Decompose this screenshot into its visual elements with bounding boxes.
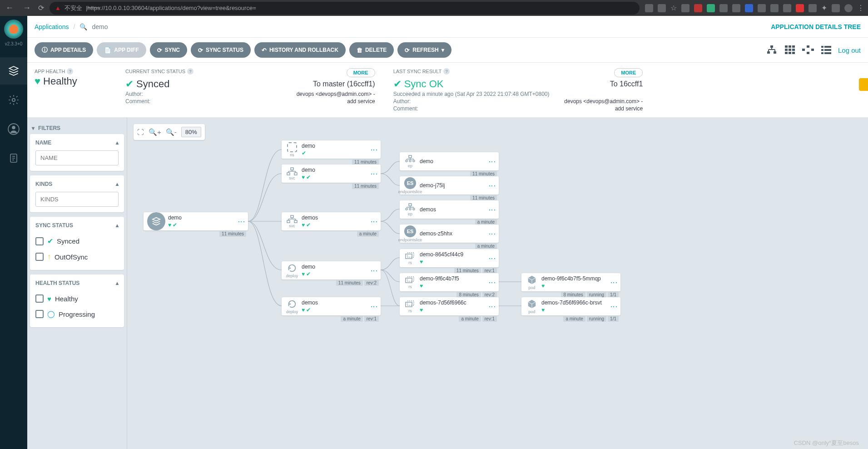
ext-icon[interactable] xyxy=(808,4,817,12)
ext-icon[interactable] xyxy=(770,4,779,12)
breadcrumb-applications[interactable]: Applications xyxy=(35,23,69,30)
view-network-button[interactable] xyxy=(802,45,814,55)
refresh-button[interactable]: ⟳REFRESH ▾ xyxy=(397,42,451,58)
reload-button[interactable]: ⟳ xyxy=(38,4,44,12)
ext-icon[interactable] xyxy=(796,4,804,12)
node-menu-button[interactable] xyxy=(489,206,495,213)
node-rs-2[interactable]: rs demo-9f6c4b7f5♥ 8 minutesrev:2 xyxy=(400,273,499,291)
zoom-in-button[interactable]: 🔍+ xyxy=(149,128,161,136)
checkbox[interactable] xyxy=(35,310,44,318)
node-menu-button[interactable] xyxy=(489,230,495,237)
kinds-input[interactable] xyxy=(35,192,119,207)
svg-rect-8 xyxy=(767,51,770,54)
node-deploy-demo[interactable]: deploy demo♥✔ 11 minutesrev:2 xyxy=(282,261,381,279)
node-menu-button[interactable] xyxy=(371,218,377,225)
tree-area[interactable]: ⛶ 🔍+ 🔍- 80% xyxy=(127,118,868,449)
help-icon[interactable]: ? xyxy=(67,68,73,75)
node-menu-button[interactable] xyxy=(489,158,495,165)
checkbox[interactable] xyxy=(35,237,44,245)
star-icon[interactable]: ☆ xyxy=(670,4,677,12)
svg-rect-9 xyxy=(774,51,776,54)
filter-option-outofsync[interactable]: ↑OutOfSync xyxy=(35,249,119,264)
node-es-demo[interactable]: ESendpointslice demo-j75lj 11 minutes xyxy=(400,176,499,195)
zoom-fit-button[interactable]: ⛶ xyxy=(137,128,144,136)
node-es-demos[interactable]: ESendpointslice demos-z5hhx a minute xyxy=(400,224,499,243)
name-input[interactable] xyxy=(35,150,119,165)
ext-icon[interactable] xyxy=(758,4,766,12)
node-ns[interactable]: ns demo✔ 11 minutes xyxy=(282,140,381,159)
node-menu-button[interactable] xyxy=(238,218,244,225)
last-sync-target: To 16ccff1 xyxy=(610,80,643,88)
ext-icon[interactable] xyxy=(681,4,689,12)
node-svc-demo[interactable]: svc demo♥✔ 11 minutes xyxy=(282,165,381,183)
app-details-button[interactable]: ⓘAPP DETAILS xyxy=(35,42,93,58)
filter-option-progressing[interactable]: ◯Progressing xyxy=(35,306,119,322)
node-menu-button[interactable] xyxy=(489,255,495,262)
profile-icon[interactable] xyxy=(844,4,853,12)
checkbox[interactable] xyxy=(35,294,44,303)
view-grid-button[interactable] xyxy=(784,45,796,55)
node-menu-button[interactable] xyxy=(371,267,377,274)
more-button[interactable]: MORE xyxy=(347,68,375,77)
svg-rect-16 xyxy=(792,45,795,48)
ext-icon[interactable] xyxy=(832,4,840,12)
breadcrumb: Applications / 🔍 demo xyxy=(35,23,108,30)
node-menu-button[interactable] xyxy=(371,170,377,177)
node-menu-button[interactable] xyxy=(610,279,617,286)
svg-rect-18 xyxy=(789,49,791,51)
node-menu-button[interactable] xyxy=(489,182,495,189)
app-diff-button[interactable]: 📄APP DIFF xyxy=(97,42,146,58)
nav-docs[interactable] xyxy=(0,145,27,172)
collapse-icon[interactable]: ▴ xyxy=(116,222,119,229)
filter-option-healthy[interactable]: ♥Healthy xyxy=(35,291,119,306)
svg-point-57 xyxy=(409,208,411,210)
node-deploy-demos[interactable]: deploy demos♥✔ a minuterev:1 xyxy=(282,297,381,315)
url-bar[interactable]: ▲ 不安全 | https://10.0.0.10:30604/applicat… xyxy=(50,2,640,15)
node-menu-button[interactable] xyxy=(371,146,377,153)
sync-status-button[interactable]: ⟳SYNC STATUS xyxy=(191,42,251,58)
node-rs-1[interactable]: rs demo-8645cf44c9♥ 11 minutesrev:1 xyxy=(400,249,499,267)
sync-button[interactable]: ⟳SYNC xyxy=(150,42,187,58)
node-svc-demos[interactable]: svc demos♥✔ a minute xyxy=(282,212,381,230)
more-button[interactable]: MORE xyxy=(614,68,643,77)
zoom-out-button[interactable]: 🔍- xyxy=(166,128,177,136)
extensions-icon[interactable]: ✦ xyxy=(821,4,827,12)
ext-icon[interactable] xyxy=(719,4,728,12)
view-tree-button[interactable] xyxy=(765,45,778,55)
node-menu-button[interactable] xyxy=(610,303,617,310)
node-pod-1[interactable]: pod demo-9f6c4b7f5-5mmqp♥ 8 minutesrunni… xyxy=(521,273,620,291)
nav-user[interactable] xyxy=(0,115,27,143)
back-button[interactable]: ← xyxy=(4,3,15,13)
ext-icon[interactable] xyxy=(694,4,702,12)
filter-option-synced[interactable]: ✔Synced xyxy=(35,233,119,249)
ext-icon[interactable] xyxy=(645,4,653,12)
delete-button[interactable]: 🗑DELETE xyxy=(349,42,394,58)
help-icon[interactable]: ? xyxy=(187,68,193,75)
ext-icon[interactable] xyxy=(658,4,666,12)
comment-value: add service xyxy=(615,105,643,112)
node-ep-demo[interactable]: ep demo 11 minutes xyxy=(400,152,499,170)
forward-button[interactable]: → xyxy=(21,3,33,13)
collapse-icon[interactable]: ▴ xyxy=(116,140,119,146)
checkbox[interactable] xyxy=(35,253,44,261)
node-menu-button[interactable] xyxy=(489,279,495,286)
view-list-button[interactable] xyxy=(820,45,833,55)
node-pod-2[interactable]: pod demos-7d56f6966c-brsvt♥ a minuterunn… xyxy=(521,297,620,315)
node-menu-button[interactable] xyxy=(371,303,377,310)
node-app-root[interactable]: demo♥✔ 11 minutes xyxy=(144,212,248,230)
help-icon[interactable]: ? xyxy=(443,68,450,75)
node-menu-button[interactable] xyxy=(489,303,495,310)
collapse-icon[interactable]: ▴ xyxy=(116,280,119,286)
nav-settings[interactable] xyxy=(0,86,27,114)
collapse-icon[interactable]: ▴ xyxy=(116,181,119,187)
node-rs-3[interactable]: rs demos-7d56f6966c♥ a minuterev:1 xyxy=(400,297,499,315)
ext-icon[interactable] xyxy=(783,4,791,12)
logout-link[interactable]: Log out xyxy=(838,46,861,54)
node-ep-demos[interactable]: ep demos a minute xyxy=(400,200,499,219)
ext-icon[interactable] xyxy=(707,4,715,12)
menu-icon[interactable]: ⋮ xyxy=(857,4,864,12)
nav-applications[interactable] xyxy=(0,57,27,85)
history-button[interactable]: ↶HISTORY AND ROLLBACK xyxy=(254,42,346,58)
ext-icon[interactable] xyxy=(732,4,740,12)
ext-icon[interactable] xyxy=(745,4,753,12)
